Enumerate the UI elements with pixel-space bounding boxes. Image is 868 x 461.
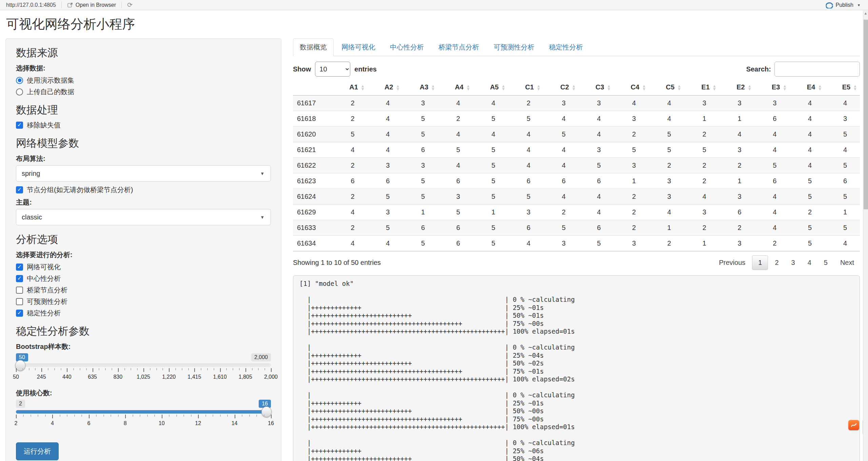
table-cell: 1 [719, 173, 754, 189]
radio-icon[interactable] [16, 88, 23, 96]
checkbox-analysis-option[interactable]: 网络可视化 [16, 263, 271, 271]
column-header-E2[interactable]: E2▲▼ [719, 80, 754, 96]
column-header-A4[interactable]: A4▲▼ [438, 80, 473, 96]
tab-可预测性分析[interactable]: 可预测性分析 [487, 38, 541, 56]
table-cell: 5 [789, 189, 825, 205]
tab-中心性分析[interactable]: 中心性分析 [383, 38, 431, 56]
checkbox-analysis-option-label: 中心性分析 [27, 274, 61, 282]
sort-arrows-icon: ▲▼ [607, 85, 611, 91]
checkbox-icon[interactable] [16, 298, 23, 305]
table-cell: 4 [332, 236, 368, 251]
column-header-C5[interactable]: C5▲▼ [649, 80, 684, 96]
slider-minor-tick [81, 415, 82, 417]
theme-value: classic [22, 213, 42, 221]
table-cell: 2 [754, 236, 790, 251]
pagination-page-5[interactable]: 5 [818, 256, 833, 270]
pagination-page-1[interactable]: 1 [752, 255, 768, 270]
cores-slider: 216246810121416 [16, 400, 271, 430]
scrollbar-thumb[interactable] [864, 20, 868, 209]
tab-稳定性分析[interactable]: 稳定性分析 [542, 38, 590, 56]
table-cell: 4 [789, 127, 825, 142]
slider-tick [143, 368, 144, 372]
checkbox-icon[interactable] [16, 287, 23, 294]
slider-minor-tick [38, 415, 38, 417]
column-header-C4[interactable]: C4▲▼ [614, 80, 649, 96]
search-input[interactable] [774, 62, 860, 77]
column-header-rowid[interactable] [293, 80, 332, 96]
table-cell: 1 [825, 205, 860, 220]
checkbox-icon[interactable] [16, 275, 23, 282]
slider-track[interactable] [16, 363, 271, 367]
table-cell: 6 [578, 173, 614, 189]
section-heading-data-source: 数据来源 [16, 47, 271, 59]
column-header-A3[interactable]: A3▲▼ [402, 80, 438, 96]
slider-minor-tick [154, 415, 155, 417]
checkbox-icon[interactable] [16, 122, 23, 129]
checkbox-analysis-option[interactable]: 稳定性分析 [16, 309, 271, 317]
slider-minor-tick [213, 415, 213, 417]
slider-tick-label: 6 [87, 420, 90, 426]
publish-button[interactable]: Publish ▾ [826, 2, 860, 8]
column-header-E5[interactable]: E5▲▼ [825, 80, 860, 96]
run-analysis-button[interactable]: 运行分析 [16, 442, 59, 460]
column-header-C3[interactable]: C3▲▼ [578, 80, 614, 96]
column-header-E1[interactable]: E1▲▼ [684, 80, 719, 96]
table-cell: 4 [508, 158, 544, 173]
radio-option[interactable]: 使用演示数据集 [16, 76, 271, 84]
open-in-browser-button[interactable]: Open in Browser [67, 2, 116, 8]
extension-glyph-icon [850, 422, 857, 428]
table-cell: 4 [368, 96, 403, 111]
pagination-next-button[interactable]: Next [834, 256, 860, 270]
table-cell: 2 [684, 127, 719, 142]
section-heading-data-processing: 数据处理 [16, 104, 271, 116]
layout-algorithm-select[interactable]: spring ▼ [16, 165, 271, 182]
pagination-page-3[interactable]: 3 [786, 256, 801, 270]
tab-数据概览[interactable]: 数据概览 [293, 38, 334, 56]
checkbox-analysis-option[interactable]: 桥梁节点分析 [16, 286, 271, 294]
checkbox-icon[interactable] [16, 264, 23, 271]
pagination-page-4[interactable]: 4 [802, 256, 817, 270]
tab-网络可视化[interactable]: 网络可视化 [335, 38, 382, 56]
pagination-previous-button[interactable]: Previous [713, 256, 751, 270]
page-length-select[interactable]: 10 [315, 62, 350, 77]
slider-minor-tick [103, 415, 104, 417]
radio-icon[interactable] [16, 77, 23, 84]
sort-arrows-icon: ▲▼ [536, 85, 540, 91]
table-cell: 3 [614, 111, 649, 127]
checkbox-node-grouping[interactable]: 节点分组(如无请勿做桥梁节点分析) [16, 186, 271, 194]
checkbox-analysis-option[interactable]: 中心性分析 [16, 274, 271, 282]
column-header-C2[interactable]: C2▲▼ [543, 80, 578, 96]
table-cell: 5 [473, 220, 508, 236]
slider-tick [118, 368, 119, 372]
floating-extension-icon[interactable] [848, 420, 859, 430]
data-processing-checkbox-group: 移除缺失值 [16, 121, 271, 129]
column-header-E3[interactable]: E3▲▼ [754, 80, 790, 96]
column-header-A5[interactable]: A5▲▼ [473, 80, 508, 96]
vertical-scrollbar[interactable]: ▲ [863, 10, 868, 461]
scrollbar-up-arrow-icon[interactable]: ▲ [863, 11, 868, 15]
column-header-A2[interactable]: A2▲▼ [368, 80, 403, 96]
table-cell: 2 [719, 158, 754, 173]
column-header-E4[interactable]: E4▲▼ [789, 80, 825, 96]
column-header-A1[interactable]: A1▲▼ [332, 80, 368, 96]
slider-tick [271, 368, 272, 372]
checkbox-icon[interactable] [16, 310, 23, 317]
slider-track[interactable] [16, 410, 271, 413]
table-cell: 4 [789, 158, 825, 173]
radio-option[interactable]: 上传自己的数据 [16, 88, 271, 96]
data-table: A1▲▼A2▲▼A3▲▼A4▲▼A5▲▼C1▲▼C2▲▼C3▲▼C4▲▼C5▲▼… [293, 80, 860, 251]
checkbox-analysis-option[interactable]: 可预测性分析 [16, 297, 271, 306]
table-cell: 6 [438, 220, 473, 236]
checkbox-remove-missing[interactable]: 移除缺失值 [16, 121, 271, 129]
column-header-C1[interactable]: C1▲▼ [508, 80, 544, 96]
pagination-page-2[interactable]: 2 [769, 256, 784, 270]
refresh-button[interactable]: ⟳ [127, 2, 133, 8]
search-label: Search: [746, 65, 771, 73]
checkbox-icon[interactable] [16, 186, 23, 193]
table-cell: 3 [684, 205, 719, 220]
theme-select[interactable]: classic ▼ [16, 209, 271, 225]
tab-桥梁节点分析[interactable]: 桥梁节点分析 [432, 38, 486, 56]
publish-menu-caret-icon[interactable]: ▾ [858, 3, 860, 7]
table-cell: 4 [789, 111, 825, 127]
slider-tick-label: 830 [113, 374, 122, 380]
